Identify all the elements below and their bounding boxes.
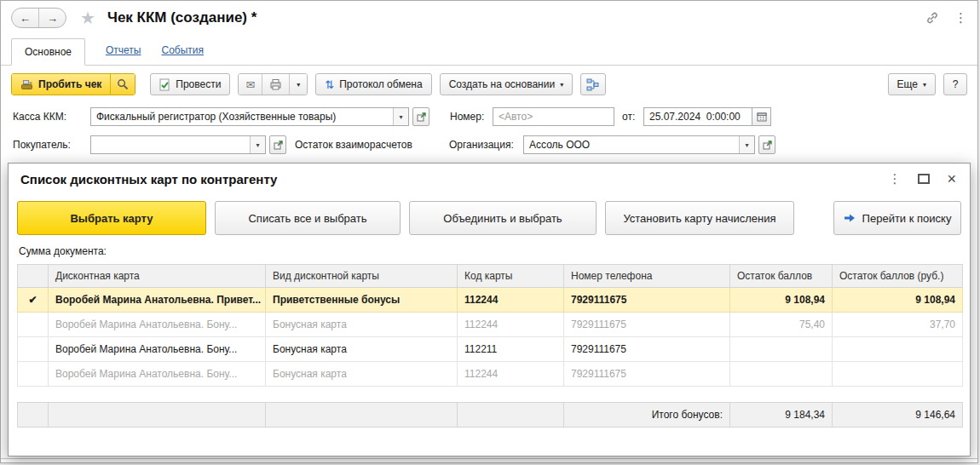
set-accrual-card-label: Установить карту начисления xyxy=(623,212,775,225)
cell-card: Воробей Марина Анатольевна. Бону... xyxy=(49,337,266,362)
cell-points-rub: 37,70 xyxy=(833,313,963,337)
exchange-arrows-icon: ⇅ xyxy=(325,79,334,90)
go-to-search-button[interactable]: Перейти к поиску xyxy=(833,201,961,235)
cell-type: Бонусная карта xyxy=(266,362,458,387)
chevron-down-icon[interactable]: ▾ xyxy=(393,108,408,125)
tab-main[interactable]: Основное xyxy=(11,38,85,66)
cell-card: Воробей Марина Анатольевна. Привет... xyxy=(49,288,266,313)
table-row[interactable]: Воробей Марина Анатольевна. Бону... Бону… xyxy=(18,362,963,387)
more-button[interactable]: Еще ▾ xyxy=(888,73,936,95)
chevron-down-icon[interactable]: ▾ xyxy=(739,136,754,153)
forward-button[interactable]: → xyxy=(38,9,66,27)
col-type[interactable]: Вид дисконтной карты xyxy=(266,265,458,288)
col-card[interactable]: Дисконтная карта xyxy=(49,265,266,288)
help-button[interactable]: ? xyxy=(943,73,967,95)
col-points-rub[interactable]: Остаток баллов (руб.) xyxy=(833,265,963,288)
row-mark-empty xyxy=(18,313,49,337)
pokupatel-combo[interactable]: ▾ xyxy=(90,135,266,154)
close-icon[interactable]: × xyxy=(947,171,956,187)
date-input[interactable] xyxy=(643,107,752,126)
dialog-controls: ⋮ × xyxy=(888,171,956,187)
cell-points-rub xyxy=(833,362,963,387)
totals-points: 9 184,34 xyxy=(730,403,833,428)
provesti-button[interactable]: Провести xyxy=(150,73,230,95)
link-icon[interactable] xyxy=(925,11,939,25)
table-row[interactable]: Воробей Марина Анатольевна. Бону... Бону… xyxy=(18,313,963,337)
arrow-right-icon xyxy=(844,213,856,223)
kassa-label: Касса ККМ: xyxy=(13,111,90,123)
col-phone[interactable]: Номер телефона xyxy=(564,265,730,288)
create-based-on-button[interactable]: Создать на основании ▾ xyxy=(440,73,574,95)
table-header-row: Дисконтная карта Вид дисконтной карты Ко… xyxy=(18,265,963,288)
chevron-down-icon: ▾ xyxy=(560,81,563,89)
merge-select-label: Объединить и выбрать xyxy=(443,212,562,225)
post-document-icon xyxy=(159,78,170,91)
cell-points xyxy=(730,362,833,387)
maximize-icon[interactable] xyxy=(918,174,930,184)
chevron-down-icon: ▾ xyxy=(923,81,926,89)
more-menu-icon[interactable]: ⋮ xyxy=(954,10,967,26)
protokol-obmena-button[interactable]: ⇅ Протокол обмена xyxy=(315,73,431,95)
totals-label: Итого бонусов: xyxy=(564,403,730,428)
cell-phone: 7929111675 xyxy=(564,288,730,313)
toolbar-right: Еще ▾ ? xyxy=(888,73,967,95)
cell-type: Бонусная карта xyxy=(266,337,458,362)
kassa-combo[interactable]: Фискальный регистратор (Хозяйственные то… xyxy=(90,107,409,126)
probit-search-button[interactable] xyxy=(110,74,135,95)
calendar-button[interactable] xyxy=(752,107,771,126)
cell-type: Приветственные бонусы xyxy=(266,288,458,313)
tab-bar: Основное Отчеты События xyxy=(1,35,977,66)
header-actions: ⋮ xyxy=(925,10,967,26)
select-card-button[interactable]: Выбрать карту xyxy=(17,201,206,235)
col-points[interactable]: Остаток баллов xyxy=(730,265,833,288)
chevron-down-icon: ▾ xyxy=(297,81,300,89)
favorite-star-icon[interactable]: ★ xyxy=(80,8,95,28)
totals-empty xyxy=(458,403,564,428)
row-check-icon: ✔ xyxy=(18,288,49,313)
email-button[interactable]: ✉ xyxy=(239,74,262,95)
set-accrual-card-button[interactable]: Установить карту начисления xyxy=(605,201,794,235)
structure-icon xyxy=(586,78,600,91)
provesti-label: Провести xyxy=(176,78,221,90)
table-totals-row: Итого бонусов: 9 184,34 9 146,64 xyxy=(17,402,963,428)
kassa-open-button[interactable] xyxy=(412,107,429,126)
writeoff-all-button[interactable]: Списать все и выбрать xyxy=(215,201,401,235)
totals-empty xyxy=(266,403,458,428)
go-to-search-label: Перейти к поиску xyxy=(862,212,952,225)
mail-print-group: ✉ ▾ xyxy=(238,73,308,95)
dialog-more-icon[interactable]: ⋮ xyxy=(888,171,901,187)
org-label: Организация: xyxy=(449,139,516,151)
dialog-header: Список дисконтных карт по контрагенту ⋮ … xyxy=(9,164,970,194)
more-label: Еще xyxy=(897,78,918,90)
pokupatel-open-button[interactable] xyxy=(269,135,286,154)
magnifier-icon xyxy=(117,78,129,90)
org-combo[interactable]: Ассоль ООО ▾ xyxy=(523,135,755,154)
page-title: Чек ККМ (создание) * xyxy=(107,9,257,26)
totals-points-rub: 9 146,64 xyxy=(833,403,963,428)
cell-code: 112244 xyxy=(458,313,564,337)
date-group xyxy=(643,107,771,126)
print-button[interactable] xyxy=(262,74,289,95)
org-open-button[interactable] xyxy=(758,135,775,154)
probit-chek-button[interactable]: Пробить чек xyxy=(12,74,110,95)
document-sum-label: Сумма документа: xyxy=(19,245,970,257)
merge-select-button[interactable]: Объединить и выбрать xyxy=(409,201,597,235)
nomer-label: Номер: xyxy=(450,111,487,123)
totals-empty xyxy=(18,403,49,428)
cell-code: 112244 xyxy=(458,288,564,313)
tab-reports[interactable]: Отчеты xyxy=(106,44,141,65)
print-dropdown-button[interactable]: ▾ xyxy=(289,74,307,95)
table-row[interactable]: Воробей Марина Анатольевна. Бону... Бону… xyxy=(18,337,963,362)
create-based-on-label: Создать на основании xyxy=(449,78,556,90)
back-button[interactable]: ← xyxy=(12,9,38,27)
tab-events[interactable]: События xyxy=(161,44,204,65)
app-window: ← → ★ Чек ККМ (создание) * ⋮ Основное От… xyxy=(0,0,978,463)
toolbar: Пробить чек Провести xyxy=(1,66,977,103)
related-documents-button[interactable] xyxy=(580,73,606,95)
col-code[interactable]: Код карты xyxy=(458,265,564,288)
table-row[interactable]: ✔ Воробей Марина Анатольевна. Привет... … xyxy=(18,288,963,313)
chevron-down-icon[interactable]: ▾ xyxy=(250,136,265,153)
cell-phone: 7929111675 xyxy=(564,362,730,387)
nomer-input[interactable] xyxy=(493,107,614,126)
discount-cards-dialog: Список дисконтных карт по контрагенту ⋮ … xyxy=(8,163,971,456)
